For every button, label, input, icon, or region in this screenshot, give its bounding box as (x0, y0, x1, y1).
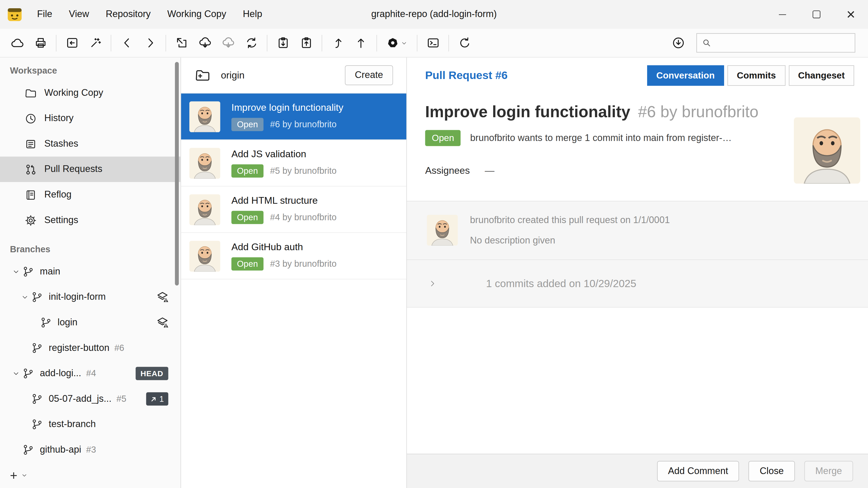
commits-summary: 1 commits added on 10/29/2025 (486, 278, 636, 290)
menu-file[interactable]: File (29, 0, 60, 29)
branch-row-login[interactable]: login (0, 310, 181, 335)
clone-repository-icon[interactable] (5, 32, 29, 54)
window-title: graphite-repo (add-login-form) (371, 0, 497, 29)
toolbar-separator (448, 35, 449, 51)
git-flow-menu-icon[interactable] (381, 32, 413, 54)
pr-title: Add JS validation (231, 148, 337, 160)
fetch-icon[interactable] (193, 32, 216, 54)
tab-conversation[interactable]: Conversation (647, 65, 724, 86)
workspace-header: Workspace (10, 66, 181, 76)
stack-warning-icon (156, 316, 169, 330)
create-button[interactable]: Create (345, 65, 393, 85)
branch-row-test-branch[interactable]: test-branch (0, 412, 181, 437)
minimize-button[interactable] (765, 0, 799, 29)
avatar (189, 101, 220, 132)
ahead-badge: 1 (146, 392, 168, 405)
arrow-up-right-icon (151, 396, 157, 402)
created-section: brunofbrito created this pull request on… (407, 201, 868, 260)
pr-list-item[interactable]: Add JS validation Open #5 by brunofbrito (181, 140, 406, 187)
toolbar-separator (322, 35, 322, 51)
updates-icon[interactable] (666, 32, 690, 54)
add-comment-button[interactable]: Add Comment (657, 461, 739, 481)
chevron-down-icon[interactable] (10, 369, 22, 377)
assignees-label: Assignees (425, 165, 470, 176)
merge-button[interactable]: Merge (804, 461, 853, 481)
reflog-icon (24, 189, 37, 201)
stash-icon[interactable] (271, 32, 294, 54)
search-input[interactable] (715, 37, 850, 48)
stack-warning-icon (156, 290, 169, 304)
toolbar-right (666, 32, 863, 54)
toolbar-separator (165, 35, 166, 51)
magic-wand-icon[interactable] (84, 32, 107, 54)
pr-meta: #3 by brunofbrito (270, 259, 337, 269)
sync-icon[interactable] (240, 32, 263, 54)
tab-changeset[interactable]: Changeset (789, 65, 854, 86)
sidebar-item-pull-requests[interactable]: Pull Requests (0, 157, 181, 182)
sidebar-item-working-copy[interactable]: Working Copy (0, 80, 181, 106)
branch-row-init-login-form[interactable]: init-login-form (0, 284, 181, 310)
application-window: File View Repository Working Copy Help g… (0, 0, 868, 488)
push-icon[interactable] (349, 32, 373, 54)
pr-list-item[interactable]: Improve login functionality Open #6 by b… (181, 94, 406, 140)
branch-row-github-api[interactable]: github-api #3 (0, 437, 181, 463)
pop-stash-icon[interactable] (294, 32, 318, 54)
expand-commits-icon[interactable] (428, 279, 437, 288)
search-box[interactable] (696, 33, 855, 53)
close-pr-button[interactable]: Close (749, 461, 795, 481)
branch-icon (40, 317, 52, 329)
branch-icon (31, 342, 43, 354)
pr-header-block: Improve login functionality#6 by brunofb… (407, 93, 868, 176)
menu-working-copy[interactable]: Working Copy (159, 0, 234, 29)
branch-row-main[interactable]: main (0, 259, 181, 285)
commits-summary-row[interactable]: 1 commits added on 10/29/2025 (407, 260, 868, 307)
checkout-icon[interactable] (326, 32, 349, 54)
pr-title: Add HTML structure (231, 195, 337, 206)
sidebar-item-reflog[interactable]: Reflog (0, 182, 181, 207)
pr-meta: #4 by brunofbrito (270, 213, 337, 223)
close-button[interactable]: × (834, 0, 868, 29)
refresh-icon[interactable] (453, 32, 476, 54)
folder-icon (24, 87, 37, 99)
chevron-down-icon[interactable] (19, 293, 31, 301)
maximize-button[interactable] (799, 0, 834, 29)
branch-icon (31, 393, 43, 405)
branch-icon (31, 291, 43, 303)
close-icon: × (846, 7, 855, 22)
menu-help[interactable]: Help (235, 0, 271, 29)
status-badge: Open (425, 130, 461, 146)
share-icon[interactable] (170, 32, 193, 54)
add-branch-button[interactable]: + (7, 465, 31, 486)
pr-title: Add GitHub auth (231, 241, 337, 253)
toolbar (0, 29, 868, 57)
menu-view[interactable]: View (60, 0, 97, 29)
nav-forward-icon[interactable] (138, 32, 162, 54)
sidebar-item-settings[interactable]: Settings (0, 207, 181, 233)
open-repository-icon[interactable] (60, 32, 84, 54)
pull-request-icon (24, 163, 37, 175)
pr-list-item[interactable]: Add HTML structure Open #4 by brunofbrit… (181, 187, 406, 233)
chevron-down-icon[interactable] (10, 268, 22, 275)
menubar: File View Repository Working Copy Help (29, 0, 271, 29)
branches-header: Branches (10, 245, 181, 255)
nav-back-icon[interactable] (115, 32, 138, 54)
avatar (794, 117, 860, 184)
pull-icon[interactable] (216, 32, 240, 54)
conversation-empty-area (407, 307, 868, 454)
pr-meta: #5 by brunofbrito (270, 166, 337, 176)
sidebar-item-stashes[interactable]: Stashes (0, 131, 181, 157)
status-badge: Open (231, 211, 264, 224)
merge-summary: brunofbrito wants to merge 1 commit into… (470, 132, 732, 143)
avatar (189, 194, 220, 225)
terminal-icon[interactable] (421, 32, 444, 54)
branch-row-05-07-add-js[interactable]: 05-07-add_js... #5 1 (0, 386, 181, 412)
sidebar-scrollbar[interactable] (175, 62, 179, 286)
printer-icon[interactable] (29, 32, 52, 54)
branch-row-add-login-form[interactable]: add-logi... #4 HEAD (0, 361, 181, 386)
pr-list-item[interactable]: Add GitHub auth Open #3 by brunofbrito (181, 233, 406, 280)
plus-icon: + (10, 469, 18, 482)
menu-repository[interactable]: Repository (97, 0, 159, 29)
tab-commits[interactable]: Commits (727, 65, 785, 86)
sidebar-item-history[interactable]: History (0, 106, 181, 131)
branch-row-register-button[interactable]: register-button #6 (0, 335, 181, 361)
